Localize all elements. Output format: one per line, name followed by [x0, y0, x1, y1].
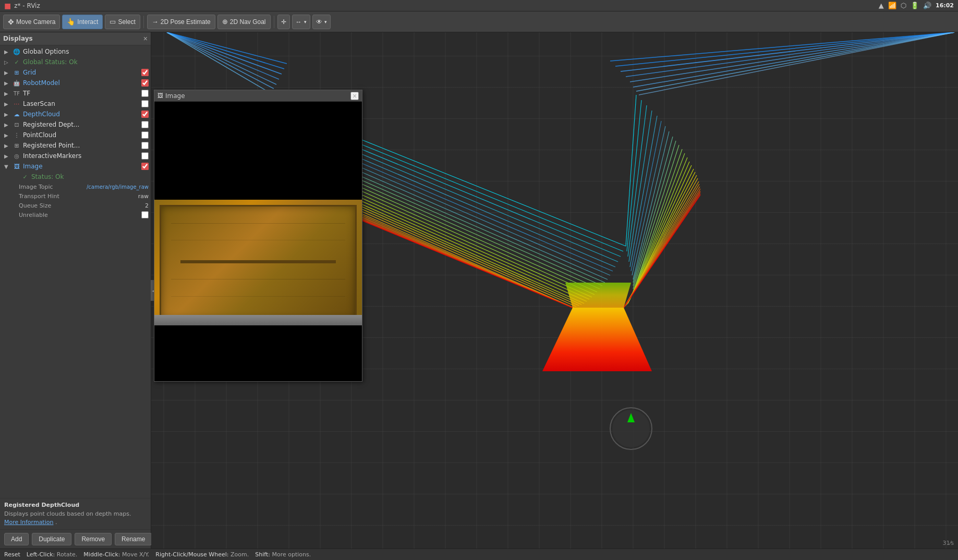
- image-close-icon: ×: [353, 92, 357, 100]
- tf-icon: TF: [13, 89, 21, 98]
- robot-icon: 🤖: [13, 79, 21, 87]
- display-item-tf[interactable]: ▶ TF TF: [0, 88, 151, 99]
- unreliable-checkbox[interactable]: [141, 211, 149, 218]
- image-window: 🖼 Image ×: [154, 90, 362, 382]
- move-camera-button[interactable]: ✥ Move Camera: [3, 15, 60, 29]
- select-button[interactable]: ▭ Select: [105, 15, 140, 29]
- nav-goal-button[interactable]: ⊕ 2D Nav Goal: [217, 15, 271, 29]
- bluetooth-icon: ⬡: [901, 2, 906, 9]
- displays-close-icon: ×: [143, 34, 148, 43]
- globe-icon: 🌐: [13, 47, 21, 56]
- svg-line-6: [167, 32, 270, 93]
- interactive-checkbox[interactable]: [141, 152, 149, 160]
- left-click-label: Left-Click:: [27, 551, 55, 558]
- display-item-reg-point[interactable]: ▶ ⊞ Registered Point...: [0, 140, 151, 151]
- check-icon: ✓: [13, 58, 21, 66]
- interact-button[interactable]: 👆 Interact: [62, 15, 103, 29]
- display-item-reg-depth[interactable]: ▶ ⊡ Registered Dept...: [0, 119, 151, 130]
- reg-point-checkbox[interactable]: [141, 142, 149, 149]
- titlebar: ■ z* - RViz ▲ 📶 ⬡ 🔋 🔊 16:02: [0, 0, 958, 11]
- displays-close-button[interactable]: ×: [143, 34, 148, 43]
- image-window-title: 🖼 Image: [157, 92, 185, 100]
- add-button[interactable]: Add: [4, 533, 29, 545]
- nav-goal-icon: ⊕: [222, 18, 228, 26]
- wifi-icon: 📶: [888, 2, 896, 9]
- display-item-interactive-markers[interactable]: ▶ ◎ InteractiveMarkers: [0, 151, 151, 161]
- reg-depth-icon: ⊡: [13, 120, 21, 129]
- pose-estimate-icon: →: [152, 18, 159, 26]
- scan-lines-upper-right: [624, 95, 700, 308]
- display-name: Image: [23, 163, 139, 170]
- toolbar-sep-1: [143, 16, 144, 28]
- expand-arrow: ▶: [4, 132, 10, 138]
- property-unreliable[interactable]: Unreliable: [0, 210, 151, 220]
- display-item-robot-model[interactable]: ▶ 🤖 RobotModel: [0, 78, 151, 88]
- yellow-zone: [565, 283, 631, 308]
- more-info-link[interactable]: More Information: [4, 519, 53, 526]
- display-name: Registered Point...: [23, 142, 139, 149]
- display-item-image[interactable]: ▼ 🖼 Image: [0, 161, 151, 172]
- info-desc-after: .: [55, 519, 57, 526]
- svg-line-4: [167, 32, 276, 84]
- pose-estimate-button[interactable]: → 2D Pose Estimate: [147, 15, 215, 29]
- display-item-depth-cloud[interactable]: ▶ ☁ DepthCloud: [0, 109, 151, 119]
- property-queue-size[interactable]: Queue Size 2: [0, 201, 151, 210]
- titlebar-right: ▲ 📶 ⬡ 🔋 🔊 16:02: [879, 2, 954, 9]
- image-checkbox[interactable]: [141, 163, 149, 170]
- property-label: Transport Hint: [19, 193, 71, 200]
- display-name: PointCloud: [23, 131, 139, 139]
- svg-line-7: [167, 32, 266, 96]
- property-label: Queue Size: [19, 202, 71, 209]
- right-click-action: Zoom.: [231, 551, 249, 558]
- point-cloud-checkbox[interactable]: [141, 131, 149, 139]
- extra-icon-1: ✛: [281, 18, 286, 26]
- main-layout: Displays × ▶ 🌐 Global Options ▷ ✓ Global…: [0, 32, 958, 549]
- extra-btn-2[interactable]: ↔ ▾: [292, 15, 310, 29]
- image-window-close-button[interactable]: ×: [350, 92, 359, 100]
- bottom-buttons: Add Duplicate Remove Rename: [0, 529, 151, 549]
- rename-button[interactable]: Rename: [115, 533, 152, 545]
- svg-line-12: [630, 32, 954, 82]
- display-item-global-status[interactable]: ▷ ✓ Global Status: Ok: [0, 57, 151, 67]
- select-icon: ▭: [110, 18, 116, 26]
- extra-icon-3: 👁: [316, 18, 322, 26]
- display-item-point-cloud[interactable]: ▶ ⋮ PointCloud: [0, 130, 151, 140]
- viewport[interactable]: 🖼 Image ×: [151, 32, 958, 549]
- remove-button[interactable]: Remove: [75, 533, 112, 545]
- svg-line-55: [633, 149, 682, 292]
- displays-header: Displays ×: [0, 32, 151, 45]
- expand-arrow: ▶: [4, 80, 10, 86]
- depth-cloud-checkbox[interactable]: [141, 111, 149, 118]
- displays-title: Displays: [3, 35, 33, 42]
- middle-click-action: Move X/Y.: [122, 551, 149, 558]
- middle-click-label: Middle-Click:: [83, 551, 120, 558]
- property-value: 2: [145, 202, 149, 209]
- info-title: Registered DepthCloud: [4, 502, 147, 508]
- laser-checkbox[interactable]: [141, 100, 149, 107]
- duplicate-button[interactable]: Duplicate: [32, 533, 71, 545]
- expand-arrow: ▶: [4, 91, 10, 96]
- display-item-grid[interactable]: ▶ ⊞ Grid: [0, 67, 151, 78]
- display-name: Global Status: Ok: [23, 58, 149, 66]
- displays-list[interactable]: ▶ 🌐 Global Options ▷ ✓ Global Status: Ok…: [0, 45, 151, 498]
- tf-checkbox[interactable]: [141, 90, 149, 97]
- interact-label: Interact: [77, 18, 98, 26]
- property-image-topic[interactable]: Image Topic /camera/rgb/image_raw: [0, 182, 151, 191]
- blue-scan-lines-right: [610, 32, 954, 95]
- image-cabinet-section: [154, 200, 362, 325]
- display-item-global-options[interactable]: ▶ 🌐 Global Options: [0, 46, 151, 57]
- grid-checkbox[interactable]: [141, 69, 149, 76]
- property-value: raw: [138, 193, 149, 200]
- extra-btn-1[interactable]: ✛: [277, 15, 290, 29]
- property-transport-hint[interactable]: Transport Hint raw: [0, 191, 151, 201]
- property-label: Unreliable: [19, 212, 71, 218]
- robot-checkbox[interactable]: [141, 79, 149, 87]
- reg-depth-checkbox[interactable]: [141, 121, 149, 128]
- reset-button[interactable]: Reset: [4, 551, 20, 558]
- display-item-laser-scan[interactable]: ▶ ⋯ LaserScan: [0, 99, 151, 109]
- display-item-image-status[interactable]: ✓ Status: Ok: [0, 172, 151, 182]
- extra-btn-3[interactable]: 👁 ▾: [312, 15, 331, 29]
- display-name: TF: [23, 90, 139, 97]
- titlebar-title: z* - RViz: [14, 2, 40, 9]
- nav-goal-label: 2D Nav Goal: [230, 18, 266, 26]
